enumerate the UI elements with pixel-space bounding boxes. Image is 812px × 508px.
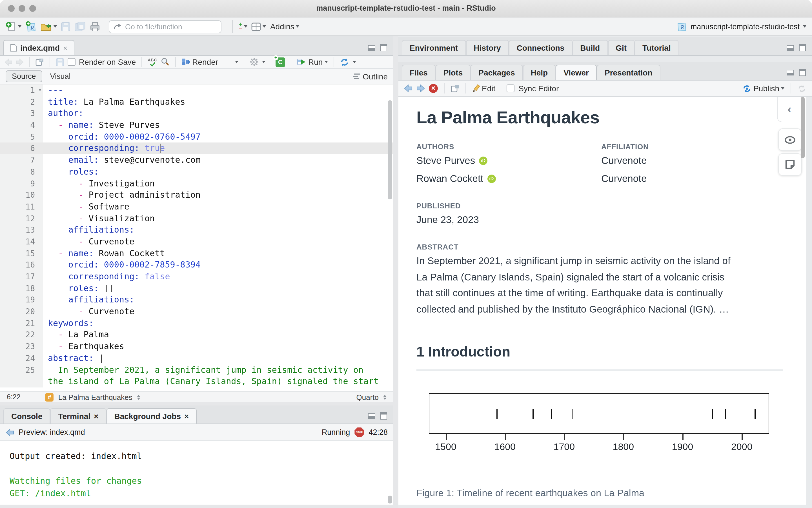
new-project-button[interactable]: R bbox=[25, 21, 37, 32]
orcid-icon[interactable]: iD bbox=[487, 175, 496, 183]
code-editor[interactable]: 1▾---2title: La Palma Earthquakes3author… bbox=[0, 84, 393, 391]
print-button[interactable] bbox=[90, 22, 100, 31]
code-line[interactable]: 21keywords: bbox=[0, 318, 393, 329]
code-line[interactable]: 4 - name: Steve Purves bbox=[0, 119, 393, 131]
code-line[interactable]: 7 email: steve@curvenote.com bbox=[0, 154, 393, 166]
format-updown-icon[interactable] bbox=[383, 394, 387, 399]
outline-button[interactable]: Outline bbox=[353, 72, 388, 81]
collapse-panel-button[interactable]: ‹ bbox=[777, 97, 801, 122]
minimize-pane-icon[interactable] bbox=[368, 45, 375, 50]
section-updown-icon[interactable] bbox=[137, 394, 140, 399]
code-line[interactable]: 24abstract: | bbox=[0, 352, 393, 364]
clear-viewer-button[interactable]: ✕ bbox=[429, 84, 438, 93]
render-button[interactable]: Render bbox=[181, 57, 218, 67]
new-file-button[interactable] bbox=[6, 21, 22, 32]
tab-background-jobs[interactable]: Background Jobs× bbox=[106, 408, 197, 424]
section-selector[interactable]: La Palma Earthquakes bbox=[58, 393, 132, 401]
viewer-back-icon[interactable] bbox=[404, 84, 412, 92]
editor-scrollbar[interactable] bbox=[388, 100, 392, 199]
viewer-forward-icon[interactable] bbox=[416, 84, 425, 92]
publish-button[interactable]: Publish bbox=[742, 84, 784, 93]
code-line[interactable]: 8 roles: bbox=[0, 166, 393, 178]
close-tab-icon[interactable]: × bbox=[94, 412, 98, 421]
maximize-pane-icon[interactable] bbox=[799, 44, 806, 51]
source-mode-button[interactable]: Source bbox=[6, 71, 42, 82]
gear-caret-icon[interactable] bbox=[262, 61, 266, 63]
code-line[interactable]: 3author: bbox=[0, 108, 393, 119]
tab-index-qmd[interactable]: index.qmd × bbox=[3, 40, 74, 55]
forward-icon[interactable] bbox=[16, 58, 24, 66]
tab-help[interactable]: Help bbox=[523, 65, 556, 80]
annotate-button[interactable] bbox=[778, 153, 802, 176]
run-button[interactable]: Run bbox=[297, 57, 328, 67]
edit-button[interactable]: Edit bbox=[472, 84, 495, 93]
project-selector[interactable]: R manuscript-template-rstudio-test bbox=[678, 22, 806, 31]
visual-mode-button[interactable]: Visual bbox=[50, 72, 71, 81]
render-options-caret-icon[interactable] bbox=[235, 61, 238, 63]
tab-packages[interactable]: Packages bbox=[471, 65, 523, 80]
tab-files[interactable]: Files bbox=[402, 65, 436, 80]
tab-terminal[interactable]: Terminal× bbox=[50, 408, 106, 424]
code-line[interactable]: 16 orcid: 0000-0002-7859-8394 bbox=[0, 259, 393, 271]
close-tab-icon[interactable]: × bbox=[63, 44, 67, 52]
code-line[interactable]: 23 - Earthquakes bbox=[0, 341, 393, 352]
code-line[interactable]: 9 - Investigation bbox=[0, 178, 393, 189]
source-refresh-icon[interactable] bbox=[339, 58, 349, 66]
code-line[interactable]: 14 - Curvenote bbox=[0, 236, 393, 248]
tab-presentation[interactable]: Presentation bbox=[597, 65, 660, 80]
tab-build[interactable]: Build bbox=[572, 40, 608, 55]
tab-git[interactable]: Git bbox=[608, 40, 635, 55]
insert-chunk-button[interactable]: C + bbox=[276, 57, 285, 67]
stop-job-button[interactable]: STOP bbox=[355, 427, 364, 437]
console-scrollbar[interactable] bbox=[388, 496, 392, 504]
viewer-scrollbar[interactable] bbox=[801, 97, 805, 158]
fold-toggle-icon[interactable]: ▾ bbox=[38, 84, 42, 96]
tab-console[interactable]: Console bbox=[3, 408, 50, 424]
tab-plots[interactable]: Plots bbox=[436, 65, 471, 80]
open-file-button[interactable] bbox=[41, 22, 57, 31]
version-control-button[interactable]: +− bbox=[239, 22, 248, 31]
minimize-pane-icon[interactable] bbox=[787, 70, 794, 75]
code-line[interactable]: 17 corresponding: false bbox=[0, 271, 393, 283]
tab-environment[interactable]: Environment bbox=[402, 40, 466, 55]
code-line[interactable]: 22 - La Palma bbox=[0, 329, 393, 341]
find-replace-icon[interactable] bbox=[161, 57, 170, 67]
tab-tutorial[interactable]: Tutorial bbox=[635, 40, 679, 55]
maximize-pane-icon[interactable] bbox=[799, 69, 806, 76]
code-line[interactable]: the island of La Palma (Canary Islands, … bbox=[0, 376, 393, 387]
maximize-pane-icon[interactable] bbox=[380, 44, 387, 51]
code-line[interactable]: 15 - name: Rowan Cockett bbox=[0, 248, 393, 259]
render-on-save-checkbox[interactable] bbox=[68, 58, 76, 66]
tab-viewer[interactable]: Viewer bbox=[556, 65, 597, 80]
code-line[interactable]: 2title: La Palma Earthquakes bbox=[0, 96, 393, 108]
code-line[interactable]: 5 orcid: 0000-0002-0760-5497 bbox=[0, 131, 393, 143]
console-output[interactable]: Output created: index.htmlWatching files… bbox=[0, 441, 393, 505]
save-all-button[interactable] bbox=[74, 22, 86, 32]
spellcheck-button[interactable]: ABC bbox=[148, 58, 157, 66]
save-button[interactable] bbox=[61, 22, 71, 31]
back-icon[interactable] bbox=[4, 58, 12, 66]
code-line[interactable]: 11 - Software bbox=[0, 201, 393, 213]
tab-history[interactable]: History bbox=[466, 40, 509, 55]
visibility-button[interactable] bbox=[778, 128, 802, 151]
goto-file-function-input[interactable]: Go to file/function bbox=[109, 20, 221, 33]
back-icon[interactable] bbox=[6, 428, 14, 436]
addins-button[interactable]: Addins bbox=[270, 22, 299, 31]
code-line[interactable]: 13 affiliations: bbox=[0, 224, 393, 236]
code-line[interactable]: 19 affiliations: bbox=[0, 294, 393, 306]
code-line[interactable]: 20 - Curvenote bbox=[0, 306, 393, 318]
popout-icon[interactable] bbox=[36, 58, 44, 66]
sync-editor-checkbox[interactable] bbox=[506, 84, 515, 92]
workspace-panes-button[interactable] bbox=[252, 22, 266, 31]
popout-icon[interactable] bbox=[451, 84, 459, 92]
code-line[interactable]: 12 - Visualization bbox=[0, 213, 393, 224]
save-icon[interactable] bbox=[56, 58, 64, 66]
source-options-caret-icon[interactable] bbox=[353, 61, 356, 63]
minimize-pane-icon[interactable] bbox=[368, 413, 375, 419]
code-line[interactable]: 10 - Project administration bbox=[0, 189, 393, 201]
minimize-pane-icon[interactable] bbox=[787, 45, 794, 50]
tab-connections[interactable]: Connections bbox=[509, 40, 572, 55]
refresh-icon[interactable] bbox=[797, 84, 806, 93]
orcid-icon[interactable]: iD bbox=[479, 157, 487, 165]
close-tab-icon[interactable]: × bbox=[184, 412, 189, 421]
